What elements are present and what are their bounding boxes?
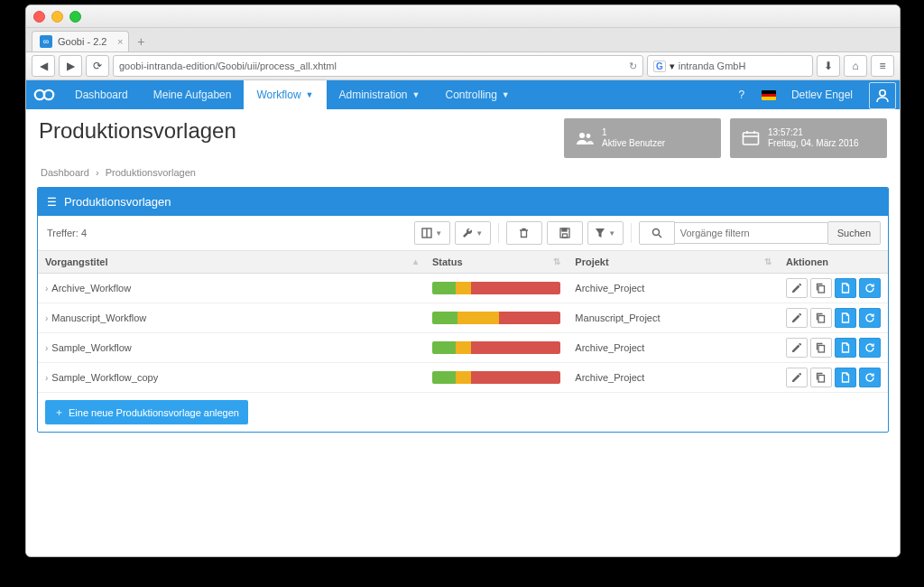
copy-button[interactable] bbox=[810, 338, 832, 358]
browser-tab[interactable]: ∞ Goobi - 2.2 × bbox=[32, 31, 129, 51]
downloads-button[interactable]: ⬇ bbox=[817, 55, 840, 77]
template-button[interactable] bbox=[835, 338, 856, 358]
filter-button[interactable]: ▼ bbox=[587, 221, 624, 245]
svg-point-1 bbox=[44, 90, 53, 99]
col-status[interactable]: Status⇅ bbox=[425, 251, 568, 274]
calendar-icon bbox=[739, 130, 762, 146]
copy-button[interactable] bbox=[810, 278, 832, 298]
rerun-button[interactable] bbox=[859, 278, 881, 298]
process-title-link[interactable]: Manuscript_Workflow bbox=[51, 312, 146, 323]
new-template-button[interactable]: ＋ Eine neue Produktionsvorlage anlegen bbox=[45, 400, 248, 424]
nav-reload-button[interactable]: ⟳ bbox=[86, 55, 109, 77]
user-menu[interactable]: Detlev Engel bbox=[782, 80, 862, 109]
template-button[interactable] bbox=[835, 368, 856, 387]
search-text: intranda GmbH bbox=[679, 61, 746, 71]
panel-toolbar: Treffer: 4 ▼ ▼ bbox=[38, 216, 888, 251]
home-button[interactable]: ⌂ bbox=[844, 55, 867, 77]
col-title[interactable]: Vorgangstitel▴ bbox=[38, 251, 425, 274]
menu-button[interactable]: ≡ bbox=[871, 55, 894, 77]
edit-button[interactable] bbox=[786, 308, 808, 328]
expand-icon[interactable]: › bbox=[45, 313, 48, 323]
filter-input[interactable] bbox=[675, 222, 828, 244]
rerun-button[interactable] bbox=[859, 338, 881, 358]
window-minimize-icon[interactable] bbox=[51, 11, 63, 23]
help-button[interactable]: ? bbox=[728, 80, 755, 109]
rerun-button[interactable] bbox=[859, 308, 881, 328]
svg-point-4 bbox=[587, 134, 591, 138]
save-button[interactable] bbox=[547, 221, 583, 245]
project-cell: Archive_Project bbox=[568, 363, 779, 393]
svg-rect-5 bbox=[744, 133, 759, 144]
tab-close-icon[interactable]: × bbox=[117, 36, 123, 47]
template-button[interactable] bbox=[835, 308, 856, 328]
project-cell: Archive_Project bbox=[568, 333, 779, 363]
nav-controlling[interactable]: Controlling▼ bbox=[432, 80, 522, 109]
user-avatar-icon[interactable] bbox=[869, 82, 896, 109]
clock-date: Freitag, 04. März 2016 bbox=[768, 138, 859, 149]
edit-button[interactable] bbox=[786, 278, 808, 298]
nav-administration[interactable]: Administration▼ bbox=[327, 80, 433, 109]
breadcrumb-root[interactable]: Dashboard bbox=[41, 167, 89, 178]
table-row: ›Archive_WorkflowArchive_Project bbox=[38, 274, 888, 303]
plus-icon: ＋ bbox=[54, 405, 64, 419]
search-icon[interactable] bbox=[639, 221, 675, 245]
process-title-link[interactable]: Sample_Workflow bbox=[51, 342, 131, 353]
expand-icon[interactable]: › bbox=[45, 343, 48, 353]
window-fullscreen-icon[interactable] bbox=[69, 11, 81, 23]
language-flag-icon[interactable] bbox=[755, 80, 782, 109]
delete-button[interactable] bbox=[506, 221, 542, 245]
result-count: Treffer: 4 bbox=[45, 228, 87, 238]
rerun-button[interactable] bbox=[859, 368, 881, 387]
edit-button[interactable] bbox=[786, 338, 808, 358]
col-project[interactable]: Projekt⇅ bbox=[568, 251, 779, 274]
sort-icon: ▴ bbox=[413, 256, 418, 266]
process-title-link[interactable]: Archive_Workflow bbox=[51, 283, 131, 294]
status-bar bbox=[432, 341, 560, 354]
expand-icon[interactable]: › bbox=[45, 373, 48, 383]
list-icon: ☰ bbox=[47, 196, 57, 209]
status-bar bbox=[432, 371, 560, 384]
reader-icon[interactable]: ↻ bbox=[629, 61, 637, 72]
clock-time: 13:57:21 bbox=[768, 127, 859, 138]
copy-button[interactable] bbox=[810, 368, 832, 387]
sort-icon: ⇅ bbox=[553, 256, 560, 266]
status-bar bbox=[432, 312, 560, 324]
clock-card: 13:57:21 Freitag, 04. März 2016 bbox=[730, 118, 887, 158]
tab-title: Goobi - 2.2 bbox=[58, 36, 106, 47]
window-close-icon[interactable] bbox=[33, 11, 45, 23]
copy-button[interactable] bbox=[810, 308, 832, 328]
url-text: goobi-intranda-edition/Goobi/uii/process… bbox=[119, 61, 337, 71]
tools-button[interactable]: ▼ bbox=[455, 221, 491, 245]
nav-workflow[interactable]: Workflow▼ bbox=[244, 80, 326, 109]
svg-line-15 bbox=[659, 235, 661, 238]
nav-back-button[interactable]: ◀ bbox=[32, 55, 55, 77]
page-title: Produktionsvorlagen bbox=[39, 118, 236, 144]
search-button[interactable]: Suchen bbox=[828, 221, 881, 245]
project-cell: Manuscript_Project bbox=[568, 303, 779, 333]
address-bar[interactable]: goobi-intranda-edition/Goobi/uii/process… bbox=[113, 55, 643, 77]
template-button[interactable] bbox=[835, 278, 856, 298]
svg-rect-17 bbox=[818, 316, 825, 323]
table-row: ›Manuscript_WorkflowManuscript_Project bbox=[38, 303, 888, 333]
columns-button[interactable]: ▼ bbox=[414, 221, 450, 245]
status-bar bbox=[432, 282, 560, 294]
svg-point-2 bbox=[880, 90, 885, 96]
new-tab-button[interactable]: + bbox=[131, 32, 151, 51]
svg-point-14 bbox=[652, 229, 659, 236]
svg-rect-19 bbox=[818, 376, 825, 383]
svg-rect-18 bbox=[818, 346, 825, 353]
svg-point-0 bbox=[35, 90, 44, 99]
process-title-link[interactable]: Sample_Workflow_copy bbox=[51, 372, 158, 383]
breadcrumb: Dashboard › Produktionsvorlagen bbox=[26, 163, 900, 187]
browser-toolbar: ◀ ▶ ⟳ goobi-intranda-edition/Goobi/uii/p… bbox=[26, 52, 900, 80]
project-cell: Archive_Project bbox=[568, 274, 779, 303]
edit-button[interactable] bbox=[786, 368, 808, 387]
nav-forward-button[interactable]: ▶ bbox=[59, 55, 82, 77]
nav-dashboard[interactable]: Dashboard bbox=[62, 80, 141, 109]
nav-meine-aufgaben[interactable]: Meine Aufgaben bbox=[141, 80, 245, 109]
app-logo-icon[interactable] bbox=[26, 80, 62, 109]
svg-point-3 bbox=[579, 133, 585, 138]
table-row: ›Sample_Workflow_copyArchive_Project bbox=[38, 363, 888, 393]
browser-search[interactable]: G ▾ intranda GmbH bbox=[647, 55, 813, 77]
expand-icon[interactable]: › bbox=[45, 284, 48, 294]
